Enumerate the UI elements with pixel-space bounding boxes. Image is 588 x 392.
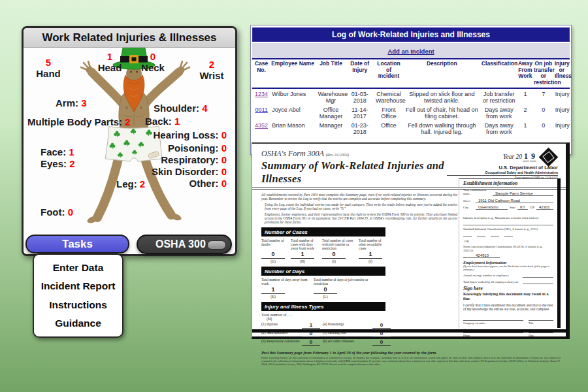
sic-blank-4	[504, 233, 513, 237]
arm-count: 3	[81, 97, 86, 108]
cases-value-days-away: 1	[291, 251, 314, 259]
executive-caption: Company executive	[463, 321, 523, 325]
days-letter-l: (L)	[314, 294, 337, 299]
form-revision: (Rev. 01/2004)	[326, 153, 349, 157]
menu-item-incident-report[interactable]: Incident Report	[34, 280, 122, 292]
zip-label: ZIP	[530, 206, 534, 210]
injury-log-panel: Log of Work-Related Injuries and Illness…	[250, 25, 572, 155]
tasks-menu: Enter Data Incident Report Instructions …	[33, 253, 123, 338]
cell-away: 1	[517, 120, 533, 136]
cell-classification: Days away from work	[481, 120, 517, 136]
case-link-0011[interactable]: 0011	[255, 106, 267, 113]
types-total-letter: (M)	[267, 317, 457, 321]
type-injuries-value: 1	[302, 322, 320, 329]
osha-agency: Occupational Safety and Health Administr…	[447, 171, 558, 176]
cell-date: 01-03-2018	[345, 88, 374, 105]
falsify-warning: Knowingly falsifying this document may r…	[463, 292, 553, 301]
log-row-2: 0011 Joyce Abel Office Manager 11-14-201…	[252, 105, 570, 120]
cell-description: Fell down walking through hall. Injured …	[403, 120, 481, 136]
executive-signature-line	[463, 316, 523, 321]
menu-item-instructions[interactable]: Instructions	[34, 299, 122, 311]
osha-form-300a: OSHA's Form 300A (Rev. 01/2004) Summary …	[252, 142, 570, 339]
cases-value-deaths: 0	[261, 251, 285, 259]
cell-away: 2	[517, 105, 533, 120]
establishment-name-value: Sample Farm Service	[493, 191, 553, 196]
cases-label-days-away: Total number of cases with days away fro…	[291, 238, 322, 251]
cell-date: 01-23-2018	[345, 120, 374, 136]
cell-away: 1	[517, 88, 533, 105]
illness-hearing-loss: Hearing Loss: 0	[153, 129, 227, 140]
body-part-wrist: 2 Wrist	[191, 59, 232, 81]
poisoning-count: 0	[221, 142, 227, 154]
form-name: OSHA's Form 300A	[261, 149, 324, 158]
form-title: Summary of Work-Related Injuries and Ill…	[261, 159, 447, 186]
cases-letter-g: (G)	[261, 259, 285, 263]
cell-description: Fell out of chair, hit head on filing ca…	[403, 105, 481, 120]
cell-job: Manager	[317, 120, 346, 136]
certify-statement: I certify that I have examined this docu…	[463, 303, 553, 311]
days-label-transfer: Total number of days of job transfer or …	[314, 278, 378, 286]
body-part-leg: Leg: 2	[116, 178, 145, 189]
col-date-of-injury: Date of Injury	[345, 59, 374, 88]
illness-other: Other: 0	[189, 178, 227, 189]
dol-logo-icon	[539, 148, 559, 167]
body-part-hand: 5 Hand	[27, 57, 69, 79]
menu-item-enter-data[interactable]: Enter Data	[34, 262, 122, 274]
industry-blank-field	[463, 221, 553, 225]
cell-job: Warehouse Mgr	[317, 88, 346, 105]
cell-description: Slipped on slick floor and twisted ankle…	[403, 88, 481, 105]
illness-skin-disorder: Skin Disorder: 0	[152, 166, 227, 177]
leg-count: 2	[140, 178, 145, 189]
col-employee-name: Employee Name	[270, 59, 316, 88]
form-left-column: All establishments covered by Part 1904 …	[261, 193, 457, 367]
post-summary-note: Post this Summary page from February 1 t…	[261, 350, 457, 355]
log-row-3: 4352 Brian Mason Manager 01-23-2018 Offi…	[252, 120, 570, 136]
shoulder-count: 4	[202, 103, 207, 114]
add-incident-link-top[interactable]: Add an Incident	[387, 48, 434, 55]
cell-name: Wilbur Jones	[270, 88, 316, 105]
body-part-multiple: Multiple Body Parts: 2	[27, 116, 131, 127]
injury-log-table: Case No. Employee Name Job Title Date of…	[252, 59, 570, 136]
cell-name: Joyce Abel	[270, 105, 316, 120]
year-prefix: Year 20	[503, 154, 522, 160]
cell-type: Injury	[554, 120, 570, 136]
body-part-arm: Arm: 3	[56, 97, 87, 108]
cell-location: Office	[374, 120, 403, 136]
case-link-1234[interactable]: 1234	[255, 91, 268, 97]
panel-title: Work Related Injuries & Illnesses	[24, 28, 235, 48]
hand-count: 5	[27, 57, 69, 68]
avg-employees-label: Annual average number of employees	[463, 274, 521, 278]
city-label: City	[463, 206, 474, 210]
establishment-heading: Establishment information	[463, 182, 553, 186]
cases-letter-i: (I)	[322, 259, 346, 263]
neck-count: 0	[133, 51, 172, 62]
multiple-count: 2	[125, 116, 130, 127]
back-count: 1	[174, 116, 180, 127]
form-header-left: OSHA's Form 300A (Rev. 01/2004) Summary …	[261, 149, 447, 186]
cases-letter-j: (J)	[359, 259, 382, 263]
hours-worked-blank	[523, 280, 553, 284]
hearing-count: 0	[221, 129, 227, 140]
sic-blank-2	[477, 233, 485, 237]
sign-here-heading: Sign here	[463, 287, 553, 291]
osha-300-toggle[interactable]	[207, 240, 226, 250]
dept-of-labor: U.S. Department of Labor	[447, 165, 558, 171]
cell-classification: Job transfer or restriction	[481, 88, 517, 105]
case-link-4352[interactable]: 4352	[255, 122, 268, 129]
tasks-button[interactable]: Tasks	[25, 235, 129, 253]
injury-body-panel: Work Related Injuries & Illnesses	[22, 26, 237, 256]
section-injury-illness-types: Injury and Illness Types	[261, 302, 385, 311]
illness-poisoning: Poisoning: 0	[168, 142, 227, 154]
cell-location: Front Office	[374, 105, 403, 120]
col-on-job-transfer: On job transfer or restriction	[533, 59, 554, 88]
body-part-head: 1 Head	[90, 51, 129, 73]
city-value: Owensboro	[476, 205, 508, 210]
body-part-neck: 0 Neck	[133, 51, 172, 73]
osha-300-button[interactable]: OSHA 300	[137, 235, 232, 254]
type-other-illness-label: (6) All other illnesses	[323, 339, 372, 346]
year-digit-1: 1	[523, 152, 529, 161]
cell-location: Chemical Warehouse	[374, 88, 403, 105]
street-label: Street	[463, 199, 474, 203]
menu-item-guidance[interactable]: Guidance	[34, 318, 122, 329]
cell-transfer: 7	[533, 88, 554, 105]
